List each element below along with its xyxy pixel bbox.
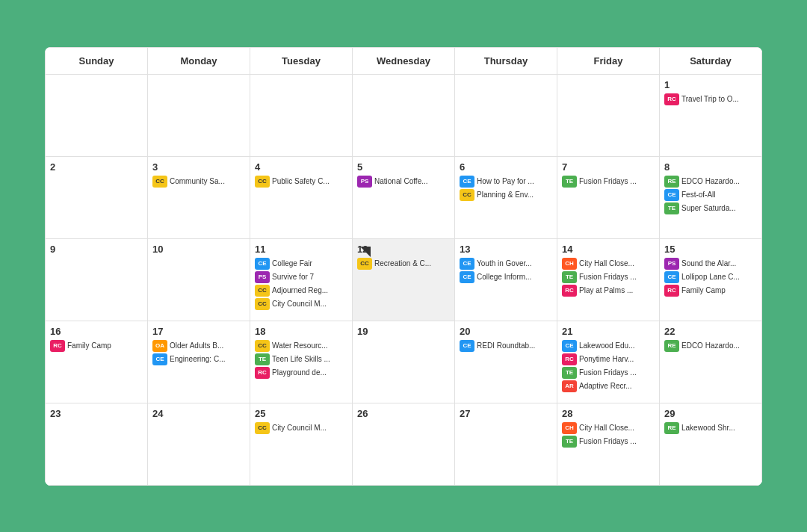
event-item[interactable]: CEYouth in Gover... — [460, 258, 552, 270]
day-cell[interactable] — [250, 75, 353, 157]
day-cell[interactable]: 10 — [148, 239, 250, 321]
day-cell[interactable]: 22REEDCO Hazardo... — [660, 321, 762, 403]
event-text: Adaptive Recr... — [579, 382, 632, 390]
event-item[interactable]: CCPlanning & Env... — [460, 189, 552, 201]
day-cell[interactable]: 5PSNational Coffe... — [353, 157, 455, 239]
day-cell[interactable]: 24 — [148, 403, 250, 486]
day-cell[interactable]: 8REEDCO Hazardo...CEFest-of-AllTESuper S… — [660, 157, 762, 239]
day-cell[interactable]: 3CCCommunity Sa... — [148, 157, 250, 239]
day-number: 19 — [357, 326, 450, 337]
event-item[interactable]: OAOlder Adults B... — [152, 340, 245, 352]
event-badge: CC — [255, 298, 270, 310]
event-text: How to Pay for ... — [477, 177, 534, 185]
event-item[interactable]: CHCity Hall Close... — [562, 258, 655, 270]
event-item[interactable]: CEEngineering: C... — [152, 353, 245, 365]
event-badge: CC — [255, 285, 270, 297]
day-number: 27 — [460, 408, 552, 419]
event-text: Lakewood Edu... — [579, 341, 635, 350]
day-cell[interactable]: 20CEREDI Roundtab... — [455, 321, 557, 403]
event-badge: RE — [664, 422, 679, 434]
event-badge: AR — [562, 380, 577, 392]
event-item[interactable]: TESuper Saturda... — [664, 202, 757, 214]
day-cell[interactable]: 14CHCity Hall Close...TEFusion Fridays .… — [557, 239, 660, 321]
event-badge: CE — [664, 189, 679, 201]
event-item[interactable]: CECollege Fair — [255, 258, 347, 270]
day-cell[interactable]: 19 — [353, 321, 455, 403]
event-item[interactable]: CHCity Hall Close... — [562, 422, 655, 434]
day-cell[interactable] — [46, 75, 148, 157]
day-cell[interactable]: 9 — [46, 239, 148, 321]
day-cell[interactable]: 11CECollege FairPSSurvive for 7CCAdjourn… — [250, 239, 353, 321]
day-number: 16 — [50, 326, 143, 337]
event-item[interactable]: RCTravel Trip to O... — [664, 93, 757, 105]
event-item[interactable]: PSSurvive for 7 — [255, 271, 347, 283]
day-cell[interactable] — [557, 75, 660, 157]
day-cell[interactable]: 29RELakewood Shr... — [660, 403, 762, 486]
event-item[interactable]: TEFusion Fridays ... — [562, 367, 655, 379]
event-item[interactable]: CCCity Council M... — [255, 298, 347, 310]
event-item[interactable]: ARAdaptive Recr... — [562, 380, 655, 392]
day-cell[interactable]: 23 — [46, 403, 148, 486]
event-item[interactable]: RCFamily Camp — [664, 285, 757, 297]
day-number: 10 — [152, 244, 245, 255]
day-cell[interactable]: 12CCRecreation & C... — [353, 239, 455, 321]
day-cell[interactable]: 26 — [353, 403, 455, 486]
event-item[interactable]: REEDCO Hazardo... — [664, 176, 757, 188]
event-item[interactable]: PSSound the Alar... — [664, 258, 757, 270]
event-badge: CC — [255, 422, 270, 434]
event-item[interactable]: CCAdjourned Reg... — [255, 285, 347, 297]
day-number: 17 — [152, 326, 245, 337]
day-cell[interactable]: 13CEYouth in Gover...CECollege Inform... — [455, 239, 557, 321]
event-item[interactable]: PSNational Coffe... — [357, 176, 450, 188]
day-cell[interactable]: 25CCCity Council M... — [250, 403, 353, 486]
event-text: Teen Life Skills ... — [272, 355, 330, 363]
day-cell[interactable]: 16RCFamily Camp — [46, 321, 148, 403]
event-item[interactable]: CEHow to Pay for ... — [460, 176, 552, 188]
event-item[interactable]: TEFusion Fridays ... — [562, 271, 655, 283]
event-item[interactable]: CCCity Council M... — [255, 422, 347, 434]
event-badge: RC — [562, 285, 577, 297]
day-cell[interactable] — [353, 75, 455, 157]
event-badge: PS — [255, 271, 270, 283]
day-cell[interactable]: 17OAOlder Adults B...CEEngineering: C... — [148, 321, 250, 403]
event-item[interactable]: CCWater Resourc... — [255, 340, 347, 352]
event-item[interactable]: CEFest-of-All — [664, 189, 757, 201]
event-item[interactable]: RCPlayground de... — [255, 367, 347, 379]
event-item[interactable]: CCPublic Safety C... — [255, 176, 347, 188]
event-item[interactable]: TEFusion Fridays ... — [562, 436, 655, 448]
event-item[interactable]: TETeen Life Skills ... — [255, 353, 347, 365]
event-item[interactable]: RELakewood Shr... — [664, 422, 757, 434]
day-cell[interactable]: 18CCWater Resourc...TETeen Life Skills .… — [250, 321, 353, 403]
event-item[interactable]: CECollege Inform... — [460, 271, 552, 283]
event-item[interactable]: CELollipop Lane C... — [664, 271, 757, 283]
event-item[interactable]: CELakewood Edu... — [562, 340, 655, 352]
event-badge: CE — [460, 258, 474, 270]
day-cell[interactable]: 1RCTravel Trip to O... — [660, 75, 762, 157]
event-text: Play at Palms ... — [579, 286, 633, 294]
day-cell[interactable]: 28CHCity Hall Close...TEFusion Fridays .… — [557, 403, 660, 486]
day-cell[interactable]: 21CELakewood Edu...RCPonytime Harv...TEF… — [557, 321, 660, 403]
day-cell[interactable]: 4CCPublic Safety C... — [250, 157, 353, 239]
day-cell[interactable] — [148, 75, 250, 157]
event-item[interactable]: CCRecreation & C... — [357, 258, 450, 270]
day-header-wednesday: Wednesday — [353, 48, 455, 75]
day-cell[interactable]: 6CEHow to Pay for ...CCPlanning & Env... — [455, 157, 557, 239]
event-badge: PS — [357, 176, 372, 188]
day-cell[interactable] — [455, 75, 557, 157]
event-item[interactable]: TEFusion Fridays ... — [562, 176, 655, 188]
day-cell[interactable]: 15PSSound the Alar...CELollipop Lane C..… — [660, 239, 762, 321]
day-cell[interactable]: 2 — [46, 157, 148, 239]
event-item[interactable]: RCPlay at Palms ... — [562, 285, 655, 297]
event-text: Lakewood Shr... — [681, 424, 735, 432]
event-item[interactable]: RCPonytime Harv... — [562, 353, 655, 365]
event-item[interactable]: RCFamily Camp — [50, 340, 143, 352]
day-number: 15 — [664, 244, 757, 255]
day-number: 23 — [50, 408, 143, 419]
event-item[interactable]: CEREDI Roundtab... — [460, 340, 552, 352]
event-item[interactable]: REEDCO Hazardo... — [664, 340, 757, 352]
event-item[interactable]: CCCommunity Sa... — [152, 176, 245, 188]
day-cell[interactable]: 27 — [455, 403, 557, 486]
day-cell[interactable]: 7TEFusion Fridays ... — [557, 157, 660, 239]
event-badge: CE — [460, 176, 474, 188]
day-number: 29 — [664, 408, 757, 419]
